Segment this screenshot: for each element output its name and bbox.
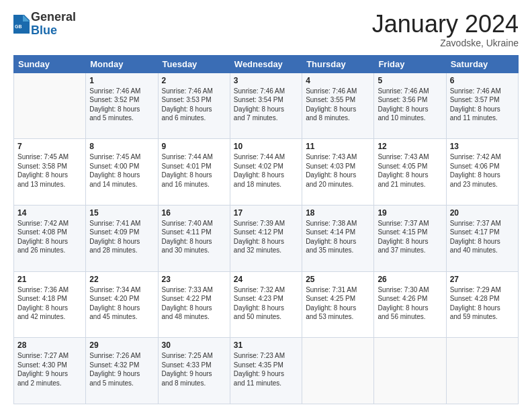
logo-blue-text: Blue: [31, 24, 76, 38]
logo: GB General Blue: [13, 11, 76, 38]
day-cell: 3Sunrise: 7:46 AM Sunset: 3:54 PM Daylig…: [230, 73, 302, 139]
day-cell: 11Sunrise: 7:43 AM Sunset: 4:03 PM Dayli…: [302, 139, 374, 205]
day-info: Sunrise: 7:43 AM Sunset: 4:03 PM Dayligh…: [306, 152, 370, 189]
svg-text:GB: GB: [15, 24, 22, 29]
day-cell: 1Sunrise: 7:46 AM Sunset: 3:52 PM Daylig…: [86, 73, 158, 139]
day-cell: [302, 338, 374, 404]
day-cell: 24Sunrise: 7:32 AM Sunset: 4:23 PM Dayli…: [230, 271, 302, 338]
day-info: Sunrise: 7:23 AM Sunset: 4:35 PM Dayligh…: [234, 351, 298, 387]
day-number: 23: [162, 275, 226, 284]
day-cell: 5Sunrise: 7:46 AM Sunset: 3:56 PM Daylig…: [374, 73, 446, 139]
day-info: Sunrise: 7:36 AM Sunset: 4:18 PM Dayligh…: [17, 285, 82, 322]
day-number: 29: [89, 340, 154, 350]
logo-general-text: General: [31, 11, 76, 24]
location-subtitle: Zavodske, Ukraine: [372, 38, 519, 48]
day-number: 21: [17, 275, 82, 284]
title-block: January 2024 Zavodske, Ukraine: [372, 11, 519, 48]
day-info: Sunrise: 7:46 AM Sunset: 3:56 PM Dayligh…: [378, 87, 442, 123]
day-cell: 17Sunrise: 7:39 AM Sunset: 4:12 PM Dayli…: [230, 205, 302, 271]
day-info: Sunrise: 7:46 AM Sunset: 3:57 PM Dayligh…: [450, 87, 515, 123]
calendar-body: 1Sunrise: 7:46 AM Sunset: 3:52 PM Daylig…: [14, 73, 519, 404]
day-info: Sunrise: 7:42 AM Sunset: 4:06 PM Dayligh…: [450, 152, 515, 189]
day-number: 18: [306, 208, 370, 218]
day-info: Sunrise: 7:44 AM Sunset: 4:02 PM Dayligh…: [234, 152, 298, 189]
day-cell: 19Sunrise: 7:37 AM Sunset: 4:15 PM Dayli…: [374, 205, 446, 271]
day-cell: 27Sunrise: 7:29 AM Sunset: 4:28 PM Dayli…: [446, 271, 518, 338]
week-row-2: 14Sunrise: 7:42 AM Sunset: 4:08 PM Dayli…: [14, 205, 519, 271]
day-number: 22: [89, 275, 154, 284]
col-friday: Friday: [374, 55, 446, 73]
day-number: 6: [450, 76, 515, 85]
day-cell: 26Sunrise: 7:30 AM Sunset: 4:26 PM Dayli…: [374, 271, 446, 338]
day-cell: 18Sunrise: 7:38 AM Sunset: 4:14 PM Dayli…: [302, 205, 374, 271]
day-info: Sunrise: 7:40 AM Sunset: 4:11 PM Dayligh…: [162, 219, 226, 255]
header: GB General Blue January 2024 Zavodske, U…: [13, 11, 519, 48]
day-number: 27: [450, 275, 515, 284]
day-info: Sunrise: 7:30 AM Sunset: 4:26 PM Dayligh…: [378, 285, 442, 322]
day-info: Sunrise: 7:42 AM Sunset: 4:08 PM Dayligh…: [17, 219, 82, 255]
day-number: 12: [378, 142, 442, 151]
day-info: Sunrise: 7:46 AM Sunset: 3:53 PM Dayligh…: [162, 87, 226, 123]
day-number: 10: [234, 142, 298, 151]
month-title: January 2024: [372, 11, 519, 38]
day-cell: 13Sunrise: 7:42 AM Sunset: 4:06 PM Dayli…: [446, 139, 518, 205]
day-info: Sunrise: 7:31 AM Sunset: 4:25 PM Dayligh…: [306, 285, 370, 322]
day-number: 9: [162, 142, 226, 151]
day-cell: 21Sunrise: 7:36 AM Sunset: 4:18 PM Dayli…: [14, 271, 86, 338]
day-number: 16: [162, 208, 226, 218]
day-cell: 20Sunrise: 7:37 AM Sunset: 4:17 PM Dayli…: [446, 205, 518, 271]
day-number: 17: [234, 208, 298, 218]
day-number: 13: [450, 142, 515, 151]
day-info: Sunrise: 7:27 AM Sunset: 4:30 PM Dayligh…: [17, 351, 82, 387]
day-number: 30: [162, 340, 226, 350]
day-cell: 6Sunrise: 7:46 AM Sunset: 3:57 PM Daylig…: [446, 73, 518, 139]
day-info: Sunrise: 7:46 AM Sunset: 3:55 PM Dayligh…: [306, 87, 370, 123]
day-number: 7: [17, 142, 82, 151]
week-row-1: 7Sunrise: 7:45 AM Sunset: 3:58 PM Daylig…: [14, 139, 519, 205]
col-wednesday: Wednesday: [230, 55, 302, 73]
day-info: Sunrise: 7:45 AM Sunset: 3:58 PM Dayligh…: [17, 152, 82, 189]
day-cell: 25Sunrise: 7:31 AM Sunset: 4:25 PM Dayli…: [302, 271, 374, 338]
day-info: Sunrise: 7:32 AM Sunset: 4:23 PM Dayligh…: [234, 285, 298, 322]
day-cell: 8Sunrise: 7:45 AM Sunset: 4:00 PM Daylig…: [86, 139, 158, 205]
day-cell: 16Sunrise: 7:40 AM Sunset: 4:11 PM Dayli…: [158, 205, 230, 271]
col-sunday: Sunday: [14, 55, 86, 73]
day-cell: 30Sunrise: 7:25 AM Sunset: 4:33 PM Dayli…: [158, 338, 230, 404]
day-cell: 28Sunrise: 7:27 AM Sunset: 4:30 PM Dayli…: [14, 338, 86, 404]
day-info: Sunrise: 7:37 AM Sunset: 4:17 PM Dayligh…: [450, 219, 515, 255]
day-info: Sunrise: 7:45 AM Sunset: 4:00 PM Dayligh…: [89, 152, 154, 189]
day-number: 15: [89, 208, 154, 218]
day-number: 24: [234, 275, 298, 284]
day-info: Sunrise: 7:29 AM Sunset: 4:28 PM Dayligh…: [450, 285, 515, 322]
day-info: Sunrise: 7:25 AM Sunset: 4:33 PM Dayligh…: [162, 351, 226, 387]
day-number: 19: [378, 208, 442, 218]
day-info: Sunrise: 7:38 AM Sunset: 4:14 PM Dayligh…: [306, 219, 370, 255]
day-info: Sunrise: 7:46 AM Sunset: 3:54 PM Dayligh…: [234, 87, 298, 123]
day-cell: 23Sunrise: 7:33 AM Sunset: 4:22 PM Dayli…: [158, 271, 230, 338]
day-cell: 15Sunrise: 7:41 AM Sunset: 4:09 PM Dayli…: [86, 205, 158, 271]
day-number: 20: [450, 208, 515, 218]
day-cell: 29Sunrise: 7:26 AM Sunset: 4:32 PM Dayli…: [86, 338, 158, 404]
day-info: Sunrise: 7:39 AM Sunset: 4:12 PM Dayligh…: [234, 219, 298, 255]
col-tuesday: Tuesday: [158, 55, 230, 73]
day-number: 14: [17, 208, 82, 218]
day-cell: 4Sunrise: 7:46 AM Sunset: 3:55 PM Daylig…: [302, 73, 374, 139]
header-row: Sunday Monday Tuesday Wednesday Thursday…: [14, 55, 519, 73]
day-cell: 31Sunrise: 7:23 AM Sunset: 4:35 PM Dayli…: [230, 338, 302, 404]
day-cell: 10Sunrise: 7:44 AM Sunset: 4:02 PM Dayli…: [230, 139, 302, 205]
day-number: 25: [306, 275, 370, 284]
day-cell: 14Sunrise: 7:42 AM Sunset: 4:08 PM Dayli…: [14, 205, 86, 271]
day-info: Sunrise: 7:37 AM Sunset: 4:15 PM Dayligh…: [378, 219, 442, 255]
day-info: Sunrise: 7:41 AM Sunset: 4:09 PM Dayligh…: [89, 219, 154, 255]
day-number: 1: [89, 76, 154, 85]
day-cell: [14, 73, 86, 139]
day-cell: 22Sunrise: 7:34 AM Sunset: 4:20 PM Dayli…: [86, 271, 158, 338]
logo-text: General Blue: [31, 11, 76, 38]
day-number: 11: [306, 142, 370, 151]
week-row-4: 28Sunrise: 7:27 AM Sunset: 4:30 PM Dayli…: [14, 338, 519, 404]
col-monday: Monday: [86, 55, 158, 73]
day-info: Sunrise: 7:44 AM Sunset: 4:01 PM Dayligh…: [162, 152, 226, 189]
day-info: Sunrise: 7:46 AM Sunset: 3:52 PM Dayligh…: [89, 87, 154, 123]
day-cell: [446, 338, 518, 404]
svg-marker-1: [23, 15, 30, 21]
